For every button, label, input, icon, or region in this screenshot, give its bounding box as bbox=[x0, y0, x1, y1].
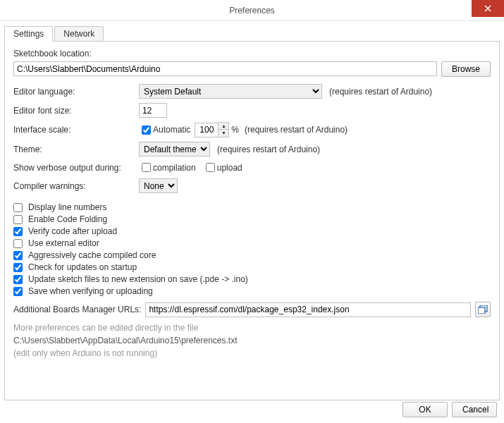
edit-only-note: (edit only when Arduino is not running) bbox=[13, 348, 491, 358]
verbose-upload-checkbox[interactable] bbox=[206, 163, 215, 172]
expand-urls-button[interactable] bbox=[475, 302, 491, 317]
theme-select[interactable]: Default theme bbox=[139, 142, 210, 157]
tab-network[interactable]: Network bbox=[54, 26, 104, 42]
titlebar: Preferences bbox=[0, 0, 504, 21]
enable-code-folding-label: Enable Code Folding bbox=[28, 214, 107, 224]
svg-rect-1 bbox=[478, 307, 485, 314]
scale-automatic-label: Automatic bbox=[153, 125, 190, 135]
warnings-label: Compiler warnings: bbox=[13, 181, 139, 191]
tabs: Settings Network bbox=[4, 25, 504, 41]
display-line-numbers-checkbox[interactable] bbox=[13, 203, 23, 212]
scale-label: Interface scale: bbox=[13, 125, 139, 135]
close-button[interactable] bbox=[472, 0, 504, 17]
enable-code-folding-checkbox[interactable] bbox=[13, 215, 23, 224]
cancel-button[interactable]: Cancel bbox=[452, 402, 497, 417]
dialog-footer: OK Cancel bbox=[402, 402, 497, 417]
chevron-up-icon: ▲ bbox=[219, 123, 228, 130]
verbose-compilation-checkbox[interactable] bbox=[142, 163, 151, 172]
scale-automatic-checkbox[interactable] bbox=[142, 125, 151, 135]
ok-button[interactable]: OK bbox=[402, 402, 448, 417]
display-line-numbers-label: Display line numbers bbox=[28, 202, 106, 212]
fontsize-label: Editor font size: bbox=[13, 106, 139, 116]
chevron-down-icon: ▼ bbox=[219, 130, 228, 137]
tab-settings[interactable]: Settings bbox=[4, 26, 53, 42]
check-updates-label: Check for updates on startup bbox=[28, 262, 137, 272]
warnings-select[interactable]: None bbox=[139, 178, 178, 193]
theme-restart-note: (requires restart of Arduino) bbox=[217, 145, 320, 154]
external-editor-checkbox[interactable] bbox=[13, 239, 23, 248]
urls-label: Additional Boards Manager URLs: bbox=[13, 305, 141, 314]
external-editor-label: Use external editor bbox=[28, 238, 99, 248]
verbose-compilation-label: compilation bbox=[153, 163, 196, 173]
update-extension-label: Update sketch files to new extension on … bbox=[28, 274, 248, 284]
cache-core-label: Aggressively cache compiled core bbox=[28, 250, 156, 260]
scale-percent: % bbox=[231, 125, 239, 135]
update-extension-checkbox[interactable] bbox=[13, 275, 23, 284]
language-select[interactable]: System Default bbox=[139, 84, 322, 99]
scale-spinner[interactable]: ▲▼ bbox=[219, 122, 229, 137]
cache-core-checkbox[interactable] bbox=[13, 251, 23, 260]
verbose-upload-label: upload bbox=[217, 163, 242, 173]
theme-label: Theme: bbox=[13, 145, 139, 154]
boards-urls-input[interactable] bbox=[145, 302, 471, 317]
save-verify-label: Save when verifying or uploading bbox=[28, 286, 153, 296]
verify-after-upload-checkbox[interactable] bbox=[13, 227, 23, 236]
verbose-label: Show verbose output during: bbox=[13, 163, 139, 173]
window-icon bbox=[478, 305, 488, 314]
sketchbook-label: Sketchbook location: bbox=[13, 49, 491, 59]
scale-restart-note: (requires restart of Arduino) bbox=[245, 125, 348, 135]
fontsize-input[interactable] bbox=[139, 103, 167, 118]
verify-after-upload-label: Verify code after upload bbox=[28, 226, 117, 236]
check-updates-checkbox[interactable] bbox=[13, 263, 23, 272]
prefs-path: C:\Users\Slabbert\AppData\Local\Arduino1… bbox=[13, 336, 491, 345]
language-label: Editor language: bbox=[13, 87, 139, 97]
close-icon bbox=[484, 5, 491, 12]
browse-button[interactable]: Browse bbox=[441, 61, 491, 77]
window-title: Preferences bbox=[229, 6, 275, 16]
scale-value-input[interactable] bbox=[195, 123, 219, 137]
more-prefs-note: More preferences can be edited directly … bbox=[13, 323, 491, 333]
sketchbook-path-input[interactable] bbox=[13, 61, 437, 76]
settings-panel: Sketchbook location: Browse Editor langu… bbox=[4, 41, 500, 400]
save-verify-checkbox[interactable] bbox=[13, 287, 23, 296]
language-restart-note: (requires restart of Arduino) bbox=[329, 87, 432, 97]
